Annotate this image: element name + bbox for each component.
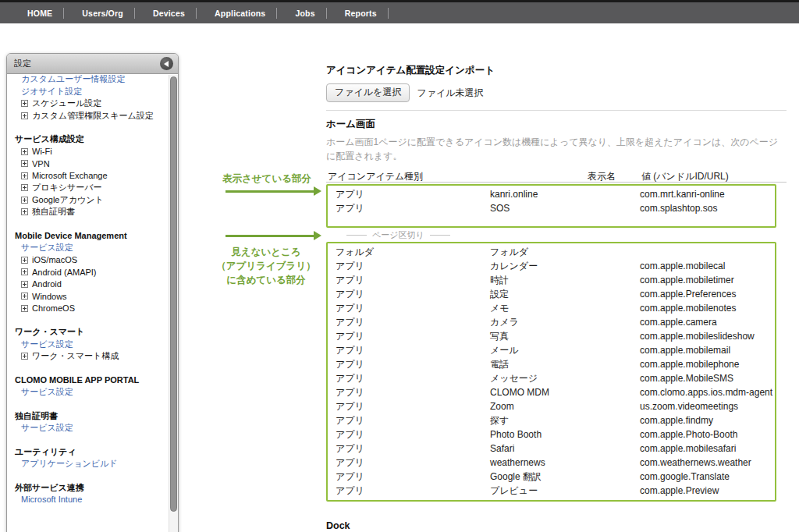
sidebar-tree-item[interactable]: ChromeOS [13, 303, 168, 315]
sidebar-item-label: Android [32, 279, 62, 289]
sidebar-item-label: VPN [32, 159, 50, 168]
sidebar-collapse-button[interactable] [160, 57, 173, 70]
sidebar-tree-item[interactable]: カスタム管理権限スキーム設定 [13, 110, 168, 122]
sidebar-item-label: iOS/macOS [32, 255, 77, 264]
table-row: アプリkanri.onlinecom.mrt.kanri-online [328, 187, 775, 201]
expand-plus-icon[interactable] [21, 257, 28, 264]
sidebar-link[interactable]: ジオサイト設定 [13, 86, 168, 98]
table-row: アプリメールcom.apple.mobilemail [328, 343, 775, 357]
cell-value: com.apple.Preview [640, 484, 775, 498]
dock-section-title: Dock [326, 520, 787, 531]
sidebar-link[interactable]: アプリケーションビルド [13, 458, 168, 470]
sidebar-header: 設定 [7, 54, 178, 74]
sidebar-group: サービス構成設定Wi-FiVPNMicrosoft Exchangeプロキシサー… [13, 133, 168, 218]
expand-plus-icon[interactable] [21, 184, 28, 191]
cell-value: com.apple.findmy [640, 413, 775, 427]
expand-plus-icon[interactable] [21, 281, 28, 288]
sidebar-link[interactable]: カスタムユーザー情報設定 [13, 75, 168, 86]
settings-sidebar: 設定 カスタムユーザー情報設定ジオサイト設定スケジュール設定カスタム管理権限スキ… [6, 53, 179, 532]
nav-item-home[interactable]: HOME [9, 8, 64, 19]
sidebar-item-label: Windows [32, 292, 67, 301]
expand-plus-icon[interactable] [21, 305, 28, 312]
cell-value: com.apple.mobilesafari [640, 442, 775, 456]
cell-type: アプリ [328, 287, 490, 301]
expand-plus-icon[interactable] [21, 100, 28, 107]
expand-plus-icon[interactable] [21, 197, 28, 204]
sidebar-tree-item[interactable]: ワーク・スマート構成 [13, 350, 168, 363]
nav-item-reports[interactable]: Reports [327, 8, 389, 19]
sidebar-tree-item[interactable]: Microsoft Exchange [13, 170, 168, 183]
table-row: アプリメッセージcom.apple.MobileSMS [328, 371, 775, 385]
nav-item-jobs[interactable]: Jobs [277, 8, 326, 19]
sidebar-tree-item[interactable]: 独自証明書 [13, 206, 168, 218]
cell-name: Photo Booth [490, 427, 640, 442]
table-row: フォルダフォルダ [328, 245, 775, 259]
table-row: アプリSOScom.splashtop.sos [328, 201, 775, 215]
expand-plus-icon[interactable] [21, 208, 28, 215]
cell-name: CLOMO MDM [490, 385, 640, 399]
table-row: アプリ写真com.apple.mobileslideshow [328, 329, 775, 343]
sidebar-group-header: 外部サービス連携 [13, 482, 168, 495]
expand-plus-icon[interactable] [21, 112, 28, 119]
page-separator: ページ区切り [346, 230, 787, 240]
sidebar-tree-item[interactable]: Googleアカウント [13, 194, 168, 207]
expand-plus-icon[interactable] [21, 293, 28, 300]
table-row: アプリCLOMO MDMcom.clomo.apps.ios.mdm-agent [328, 385, 775, 399]
file-select-button[interactable]: ファイルを選択 [326, 83, 410, 102]
sidebar-tree-item[interactable]: VPN [13, 158, 168, 170]
expand-plus-icon[interactable] [21, 148, 28, 155]
cell-type: アプリ [328, 357, 490, 371]
sidebar-tree-item[interactable]: Wi-Fi [13, 146, 168, 158]
cell-name: プレビュー [490, 484, 640, 498]
sidebar-tree-item[interactable]: Android (AMAPI) [13, 266, 168, 278]
expand-plus-icon[interactable] [21, 268, 28, 275]
sidebar-tree-item[interactable]: iOS/macOS [13, 254, 168, 267]
hidden-area-highlight-box: フォルダフォルダアプリカレンダーcom.apple.mobilecalアプリ時計… [326, 242, 776, 502]
sidebar-tree-item[interactable]: スケジュール設定 [13, 98, 168, 110]
cell-type: アプリ [328, 427, 490, 442]
sidebar-tree-item[interactable]: プロキシサーバー [13, 182, 168, 194]
cell-name: カメラ [490, 315, 640, 329]
nav-item-applications[interactable]: Applications [197, 8, 277, 19]
table-row: アプリPhoto Boothcom.apple.Photo-Booth [328, 427, 775, 442]
cell-value: com.apple.Preferences [640, 287, 775, 301]
expand-plus-icon[interactable] [21, 353, 28, 360]
sidebar-link[interactable]: サービス設定 [13, 386, 168, 399]
cell-type: アプリ [328, 385, 490, 399]
sidebar-item-label: カスタム管理権限スキーム設定 [32, 110, 154, 122]
cell-name: kanri.online [490, 187, 640, 201]
sidebar-link[interactable]: サービス設定 [13, 339, 168, 351]
sidebar-list: カスタムユーザー情報設定ジオサイト設定スケジュール設定カスタム管理権限スキーム設… [7, 75, 168, 532]
nav-item-users-org[interactable]: Users/Org [64, 8, 135, 19]
cell-type: アプリ [328, 329, 490, 343]
cell-type: アプリ [328, 371, 490, 385]
sidebar-link[interactable]: サービス設定 [13, 422, 168, 434]
sidebar-item-label: Googleアカウント [32, 194, 104, 206]
cell-name: フォルダ [490, 245, 640, 259]
scrollbar-thumb[interactable] [170, 76, 177, 512]
cell-type: アプリ [328, 343, 490, 357]
cell-name: 写真 [490, 329, 640, 343]
nav-item-devices[interactable]: Devices [135, 8, 197, 19]
cell-name: 設定 [490, 287, 640, 301]
table-row: アプリweathernewscom.weathernews.weather [328, 456, 775, 470]
file-status-text: ファイル未選択 [417, 87, 483, 100]
expand-plus-icon[interactable] [21, 172, 28, 179]
cell-type: アプリ [328, 273, 490, 287]
cell-name: Google 翻訳 [490, 470, 640, 484]
sidebar-scrollbar[interactable] [169, 75, 178, 532]
visible-area-highlight-box: アプリkanri.onlinecom.mrt.kanri-onlineアプリSO… [326, 184, 776, 228]
column-header-display-name: 表示名 [588, 170, 616, 183]
annotation-hidden-line-2: （アプリライブラリ） [209, 259, 323, 273]
cell-type: フォルダ [328, 245, 490, 259]
table-row: アプリ電話com.apple.mobilephone [328, 357, 775, 371]
top-nav: HOMEUsers/OrgDevicesApplicationsJobsRepo… [0, 0, 799, 23]
expand-plus-icon[interactable] [21, 160, 28, 167]
sidebar-link[interactable]: サービス設定 [13, 242, 168, 254]
sidebar-tree-item[interactable]: Windows [13, 290, 168, 303]
sidebar-link[interactable]: Microsoft Intune [13, 494, 168, 506]
cell-value: com.weathernews.weather [640, 456, 775, 470]
sidebar-tree-item[interactable]: Android [13, 278, 168, 291]
table-row: アプリGoogle 翻訳com.google.Translate [328, 470, 775, 484]
sidebar-item-label: ワーク・スマート構成 [32, 350, 119, 362]
